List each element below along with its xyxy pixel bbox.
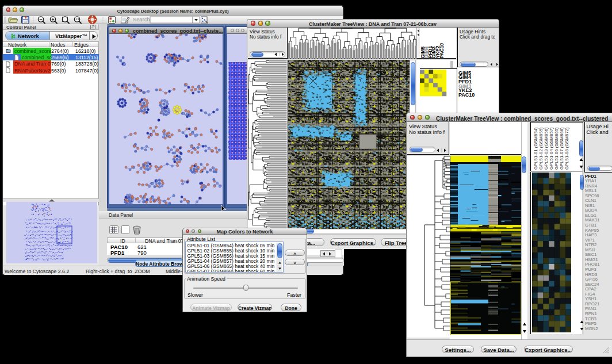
svg-text:GPL51-07 (GSM868): GPL51-07 (GSM868) xyxy=(559,127,564,169)
svg-text:1:1: 1:1 xyxy=(75,18,79,21)
svg-text:PAC10: PAC10 xyxy=(439,43,445,58)
svg-text:GPL51-06 (GSM865): GPL51-06 (GSM865) xyxy=(554,127,559,169)
svg-text:GPL51-08 (GSM872): GPL51-08 (GSM872) xyxy=(564,127,569,169)
svg-text:GPL51-01 (GSM854): GPL51-01 (GSM854) xyxy=(533,127,538,169)
svg-text:GPL51-03 (GSM856): GPL51-03 (GSM856) xyxy=(544,127,549,169)
svg-text:Search:: Search: xyxy=(133,17,151,22)
svg-text:GPL51-04 (GSM857): GPL51-04 (GSM857) xyxy=(549,127,554,169)
svg-text:GPL51-02 (GSM855): GPL51-02 (GSM855) xyxy=(538,127,544,169)
